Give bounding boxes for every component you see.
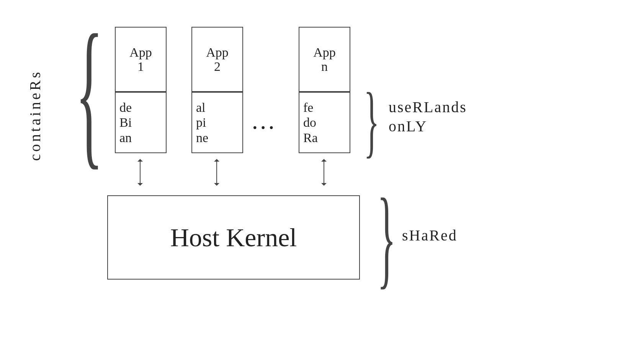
- os-n-label: fe do Ra: [299, 100, 318, 145]
- container-n-app-box: App n: [299, 27, 350, 92]
- brace-userlands: }: [364, 86, 379, 155]
- os-2-label: al pi ne: [192, 100, 208, 145]
- shared-label: sHaRed: [402, 226, 458, 245]
- ellipsis-label: ...: [253, 113, 278, 133]
- container-n-os-box: fe do Ra: [299, 92, 350, 153]
- userlands-label: useRLands onLY: [389, 98, 467, 136]
- container-1-app-box: App 1: [115, 27, 167, 92]
- host-kernel-box: Host Kernel: [107, 195, 360, 280]
- diagram-stage: containeRs { App 1 de Bi an App 2 al pi …: [0, 0, 644, 337]
- brace-shared: }: [377, 191, 396, 283]
- container-1-os-box: de Bi an: [115, 92, 167, 153]
- container-2-app-box: App 2: [191, 27, 243, 92]
- brace-left: {: [75, 23, 103, 161]
- app-n-label: App n: [313, 45, 336, 74]
- containers-label: containeRs: [26, 34, 44, 161]
- arrow-2: [216, 161, 217, 184]
- os-1-label: de Bi an: [116, 100, 132, 145]
- app-1-label: App 1: [129, 45, 152, 74]
- arrow-1: [140, 161, 141, 184]
- arrow-n: [324, 161, 324, 184]
- container-2-os-box: al pi ne: [191, 92, 243, 153]
- host-kernel-label: Host Kernel: [170, 222, 297, 253]
- app-2-label: App 2: [206, 45, 229, 74]
